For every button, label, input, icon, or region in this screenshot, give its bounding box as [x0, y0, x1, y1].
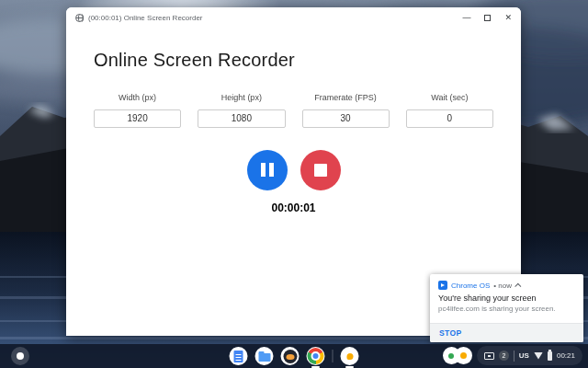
system-tray[interactable]: 2 US 00:21: [477, 346, 582, 365]
framerate-label: Framerate (FPS): [302, 93, 390, 102]
shelf-item-chrome[interactable]: [307, 347, 325, 365]
screen-share-icon: [438, 281, 447, 290]
framerate-field-group: Framerate (FPS): [302, 93, 390, 128]
notes-icon: [346, 353, 353, 360]
launcher-button[interactable]: [11, 347, 29, 365]
shelf: 2 US 00:21: [0, 344, 588, 368]
keyboard-layout: US: [519, 351, 529, 360]
shelf-item-files[interactable]: [255, 347, 274, 365]
battery-icon: [548, 351, 552, 361]
tray-separator: [514, 351, 514, 362]
width-label: Width (px): [94, 93, 181, 102]
avatar: [455, 347, 472, 364]
notification-timestamp: • now: [493, 282, 512, 290]
wifi-icon: [534, 352, 543, 360]
settings-row: Width (px) Height (px) Framerate (FPS) W…: [94, 93, 493, 128]
record-controls: [94, 150, 493, 190]
page-title: Online Screen Recorder: [94, 50, 493, 71]
window-content: Online Screen Recorder Width (px) Height…: [66, 28, 521, 214]
window-controls: — ✕: [462, 14, 512, 22]
notification-app-name: Chrome OS: [451, 282, 490, 290]
minimize-button[interactable]: —: [462, 14, 470, 22]
active-windows-pill[interactable]: [443, 347, 472, 364]
notification-popup[interactable]: Chrome OS • now You're sharing your scre…: [430, 274, 583, 342]
desktop: (00:00:01) Online Screen Recorder — ✕ On…: [0, 0, 588, 368]
screen-share-indicator-icon: [484, 352, 494, 360]
close-button[interactable]: ✕: [504, 14, 512, 22]
shelf-item-docs[interactable]: [230, 347, 248, 365]
stop-button[interactable]: [300, 150, 341, 190]
launcher-icon: [17, 352, 24, 360]
framerate-input[interactable]: [302, 109, 390, 128]
pause-icon: [261, 163, 274, 177]
stop-sharing-button[interactable]: STOP: [439, 328, 462, 338]
wait-label: Wait (sec): [406, 93, 493, 102]
chrome-icon: [308, 348, 324, 364]
wait-field-group: Wait (sec): [406, 93, 493, 128]
notification-title: You're sharing your screen: [430, 293, 583, 303]
width-field-group: Width (px): [94, 93, 181, 128]
notification-header: Chrome OS • now: [430, 274, 583, 293]
shelf-apps: [230, 347, 359, 365]
notification-message: pc4lifee.com is sharing your screen.: [430, 303, 583, 313]
chevron-up-icon[interactable]: [514, 282, 521, 289]
notification-count-badge: 2: [499, 351, 509, 361]
shelf-separator: [333, 350, 334, 362]
stop-icon: [314, 164, 327, 177]
green-dot-icon: [448, 353, 454, 359]
height-label: Height (px): [198, 93, 285, 102]
docs-icon: [234, 351, 243, 362]
clock: 00:21: [557, 351, 575, 360]
status-area: 2 US 00:21: [443, 346, 582, 365]
window-titlebar[interactable]: (00:00:01) Online Screen Recorder — ✕: [66, 7, 521, 28]
maximize-button[interactable]: [484, 15, 491, 21]
wait-input[interactable]: [406, 109, 493, 128]
notification-footer: STOP: [430, 323, 583, 342]
recording-timer: 00:00:01: [94, 201, 493, 214]
files-icon: [258, 353, 270, 362]
orange-dot-icon: [460, 352, 467, 359]
height-field-group: Height (px): [198, 93, 285, 128]
app-icon: [283, 350, 297, 363]
window-title: (00:00:01) Online Screen Recorder: [88, 14, 203, 22]
width-input[interactable]: [94, 109, 181, 128]
maximize-icon: [484, 15, 491, 21]
pause-button[interactable]: [247, 150, 288, 190]
globe-favicon-icon: [75, 14, 84, 22]
shelf-item-app[interactable]: [281, 347, 300, 365]
height-input[interactable]: [198, 109, 285, 128]
shelf-item-notes[interactable]: [341, 347, 359, 365]
